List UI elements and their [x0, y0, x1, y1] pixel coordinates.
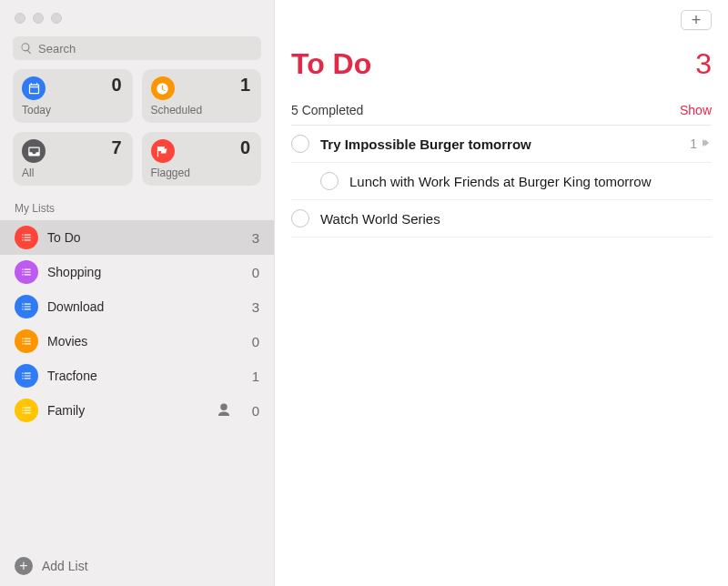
list-bullet-icon [15, 260, 38, 284]
list-name: To Do [47, 230, 232, 245]
inbox-icon [22, 139, 46, 163]
toolbar: + [291, 0, 712, 40]
list-bullet-icon [15, 226, 38, 249]
list-item-count: 0 [241, 403, 259, 419]
smart-scheduled-count: 1 [240, 75, 250, 96]
minimize-window-icon[interactable] [33, 13, 44, 24]
smart-all-label: All [22, 167, 34, 179]
list-name: Family [47, 403, 207, 418]
list-count: 3 [695, 47, 712, 81]
list-bullet-icon [15, 295, 38, 318]
add-list-label: Add List [42, 559, 88, 573]
list-item-count: 0 [241, 265, 259, 280]
list-item-count: 1 [241, 369, 259, 384]
flag-icon [151, 139, 175, 163]
smart-today-label: Today [22, 104, 51, 116]
task-text: Lunch with Work Friends at Burger King t… [349, 174, 712, 189]
sidebar-list-item[interactable]: To Do3 [0, 220, 274, 255]
task-row[interactable]: Watch World Series [291, 200, 712, 237]
sidebar-list-item[interactable]: Shopping0 [0, 255, 274, 289]
zoom-window-icon[interactable] [51, 13, 62, 24]
show-completed-button[interactable]: Show [680, 103, 712, 117]
smart-flagged-label: Flagged [151, 167, 190, 179]
list-item-count: 0 [241, 334, 259, 349]
add-reminder-button[interactable]: + [681, 10, 712, 30]
plus-circle-icon: + [15, 557, 33, 575]
task-text: Watch World Series [320, 211, 712, 227]
completed-row: 5 Completed Show [291, 103, 712, 126]
window-controls [0, 0, 274, 36]
list-name: Shopping [47, 265, 232, 279]
completed-label: 5 Completed [291, 103, 363, 117]
complete-toggle[interactable] [320, 172, 339, 190]
list-title: To Do [291, 47, 371, 81]
task-row[interactable]: Try Impossible Burger tomorrow1 [291, 126, 712, 163]
shared-icon [216, 402, 232, 419]
list-bullet-icon [15, 364, 38, 388]
sidebar-list-item[interactable]: Family0 [0, 393, 274, 428]
complete-toggle[interactable] [291, 135, 309, 153]
my-lists-header: My Lists [0, 198, 274, 220]
search-field[interactable] [38, 42, 254, 56]
chevron-right-icon [699, 136, 712, 152]
smart-scheduled[interactable]: 1 Scheduled [142, 69, 262, 123]
main-panel: + To Do 3 5 Completed Show Try Impossibl… [275, 0, 728, 586]
search-input[interactable] [13, 36, 261, 60]
tasks-container: Try Impossible Burger tomorrow1Lunch wit… [291, 126, 712, 237]
smart-all-count: 7 [111, 137, 121, 158]
list-bullet-icon [15, 399, 38, 422]
sidebar-list-item[interactable]: Movies0 [0, 324, 274, 359]
sidebar-list-item[interactable]: Download3 [0, 289, 274, 324]
lists-container: To Do3Shopping0Download3Movies0Tracfone1… [0, 220, 274, 428]
list-name: Tracfone [47, 369, 232, 383]
smart-all[interactable]: 7 All [13, 132, 133, 186]
clock-icon [151, 76, 175, 100]
smart-flagged[interactable]: 0 Flagged [142, 132, 262, 186]
smart-today-count: 0 [111, 75, 121, 96]
task-text: Try Impossible Burger tomorrow [320, 136, 679, 152]
smart-today[interactable]: 0 Today [13, 69, 133, 123]
search-icon [20, 42, 33, 55]
list-name: Download [47, 299, 232, 314]
task-row[interactable]: Lunch with Work Friends at Burger King t… [291, 163, 712, 200]
smart-flagged-count: 0 [240, 137, 250, 158]
list-item-count: 3 [241, 299, 259, 315]
smart-scheduled-label: Scheduled [151, 104, 203, 116]
complete-toggle[interactable] [291, 209, 309, 227]
list-name: Movies [47, 334, 232, 349]
list-item-count: 3 [241, 230, 259, 246]
add-list-button[interactable]: + Add List [0, 546, 274, 586]
close-window-icon[interactable] [15, 13, 25, 24]
smart-lists: 0 Today 1 Scheduled 7 All 0 Flagged [0, 69, 274, 198]
subtask-indicator[interactable]: 1 [690, 136, 712, 152]
sidebar: 0 Today 1 Scheduled 7 All 0 Flagged My L… [0, 0, 275, 586]
calendar-icon [22, 76, 46, 100]
list-bullet-icon [15, 329, 38, 353]
plus-icon: + [692, 12, 702, 28]
subtask-count: 1 [690, 136, 697, 151]
sidebar-list-item[interactable]: Tracfone1 [0, 359, 274, 393]
